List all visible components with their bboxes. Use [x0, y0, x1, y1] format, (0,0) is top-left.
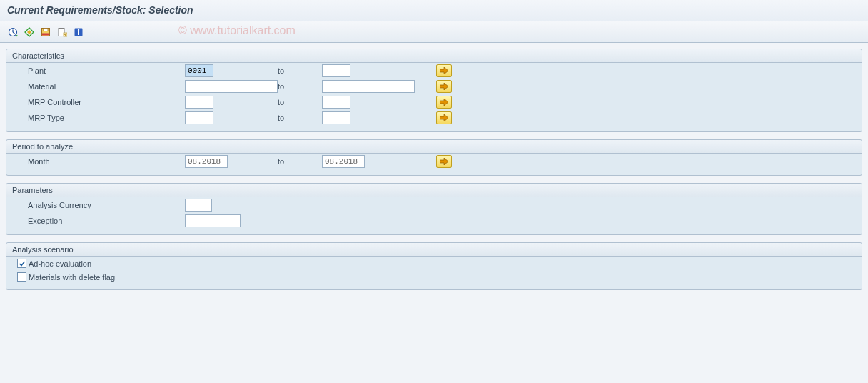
label-plant: Plant — [28, 66, 185, 75]
input-month-from[interactable] — [185, 155, 228, 168]
group-header-parameters: Parameters — [6, 184, 862, 197]
svg-marker-16 — [440, 67, 448, 74]
input-analysis-currency[interactable] — [185, 199, 212, 212]
document-new-icon — [57, 27, 67, 37]
row-adhoc: Ad-hoc evaluation — [6, 257, 862, 270]
svg-rect-15 — [78, 31, 79, 35]
page-title: Current Requirements/Stock: Selection — [7, 4, 861, 16]
multi-select-mrp-controller-button[interactable] — [436, 96, 452, 109]
select-variant-button[interactable] — [22, 25, 36, 39]
toolbar: © www.tutorialkart.com — [0, 21, 868, 43]
row-currency: Analysis Currency — [6, 197, 862, 213]
multi-select-mrp-type-button[interactable] — [436, 111, 452, 124]
svg-marker-19 — [440, 114, 448, 121]
checkbox-adhoc[interactable] — [17, 259, 26, 268]
svg-rect-8 — [42, 33, 49, 35]
to-label-mrp-controller: to — [278, 98, 322, 106]
input-mrp-controller-to[interactable] — [322, 96, 350, 109]
svg-marker-20 — [440, 158, 448, 165]
group-period: Period to analyze Month to — [6, 139, 862, 176]
diamond-icon — [24, 27, 34, 37]
input-plant-to[interactable] — [322, 64, 350, 77]
svg-marker-17 — [440, 83, 448, 90]
execute-button[interactable] — [6, 25, 20, 39]
svg-rect-7 — [44, 28, 48, 31]
to-label-material: to — [278, 82, 322, 91]
save-variant-button[interactable] — [39, 25, 53, 39]
label-material: Material — [28, 82, 185, 91]
input-month-to[interactable] — [322, 155, 365, 168]
svg-marker-18 — [440, 99, 448, 106]
info-button[interactable] — [71, 25, 86, 39]
row-mrp-type: MRP Type to — [6, 110, 862, 126]
create-button[interactable] — [55, 25, 69, 39]
input-material-from[interactable] — [185, 80, 278, 93]
to-label-month: to — [278, 157, 322, 166]
multi-select-plant-button[interactable] — [436, 64, 452, 77]
svg-point-14 — [78, 29, 79, 30]
svg-marker-5 — [27, 30, 31, 34]
arrow-right-icon — [440, 83, 448, 90]
input-plant-from[interactable] — [185, 64, 213, 77]
label-adhoc: Ad-hoc evaluation — [29, 259, 91, 268]
arrow-right-icon — [440, 67, 448, 74]
group-characteristics: Characteristics Plant to Material to MRP… — [6, 49, 862, 132]
multi-select-month-button[interactable] — [436, 155, 452, 168]
label-exception: Exception — [28, 217, 185, 225]
checkbox-delflag[interactable] — [17, 272, 26, 282]
svg-marker-3 — [16, 34, 18, 37]
row-mrp-controller: MRP Controller to — [6, 94, 862, 110]
arrow-right-icon — [440, 158, 448, 165]
row-plant: Plant to — [6, 63, 862, 79]
input-material-to[interactable] — [322, 80, 415, 93]
watermark: © www.tutorialkart.com — [178, 24, 296, 37]
input-exception[interactable] — [185, 214, 241, 227]
label-currency: Analysis Currency — [28, 201, 185, 209]
to-label-plant: to — [278, 66, 322, 75]
row-material: Material to — [6, 79, 862, 94]
info-icon — [74, 27, 84, 37]
input-mrp-type-to[interactable] — [322, 111, 350, 124]
group-header-period: Period to analyze — [6, 140, 862, 154]
multi-select-material-button[interactable] — [436, 80, 452, 93]
row-month: Month to — [6, 154, 862, 169]
clock-execute-icon — [8, 27, 18, 37]
check-icon — [19, 260, 26, 267]
save-icon — [41, 27, 51, 37]
to-label-mrp-type: to — [278, 114, 322, 122]
input-mrp-type-from[interactable] — [185, 111, 213, 124]
group-parameters: Parameters Analysis Currency Exception — [6, 183, 862, 235]
label-mrp-controller: MRP Controller — [28, 98, 185, 106]
input-mrp-controller-from[interactable] — [185, 96, 213, 109]
row-delflag: Materials with delete flag — [6, 270, 862, 284]
row-exception: Exception — [6, 213, 862, 229]
arrow-right-icon — [440, 99, 448, 106]
arrow-right-icon — [440, 114, 448, 121]
label-delflag: Materials with delete flag — [29, 273, 115, 282]
group-header-scenario: Analysis scenario — [6, 243, 862, 257]
group-header-characteristics: Characteristics — [6, 49, 862, 63]
label-month: Month — [28, 157, 185, 166]
group-scenario: Analysis scenario Ad-hoc evaluation Mate… — [6, 242, 862, 290]
label-mrp-type: MRP Type — [28, 114, 185, 122]
